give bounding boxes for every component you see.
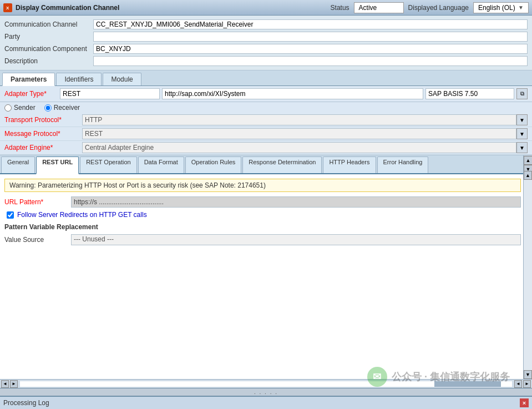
hscroll-left[interactable]: ◄: [514, 380, 522, 388]
lang-dropdown-arrow: ▼: [518, 4, 524, 11]
message-protocol-container: ▼: [82, 128, 528, 139]
adapter-engine-value: [82, 142, 516, 153]
window-title: Display Communication Channel: [16, 4, 331, 12]
status-value: Active: [354, 2, 404, 13]
receiver-radio[interactable]: [44, 104, 52, 112]
watermark: ✉ 公众号 · 集信通数字化服务: [367, 367, 510, 387]
vscroll-track: [524, 180, 532, 370]
inner-tab-bar: General REST URL REST Operation Data For…: [0, 155, 523, 174]
processing-log-label: Processing Log: [3, 399, 49, 407]
checkbox-row: Follow Server Redirects on HTTP GET call…: [4, 211, 521, 219]
vertical-scrollbar: ▲ ▼: [523, 171, 532, 379]
warning-bar: Warning: Parameterizing HTTP Host or Por…: [4, 179, 521, 192]
sender-radio[interactable]: [4, 104, 12, 112]
tab-rest-url[interactable]: REST URL: [36, 156, 79, 174]
scroll-up-button[interactable]: ▲: [524, 156, 532, 165]
tab-module[interactable]: Module: [103, 73, 141, 85]
left-nav: ◄ ►: [1, 380, 18, 388]
value-source-value: --- Unused ---: [71, 234, 521, 245]
warning-text: Warning: Parameterizing HTTP Host or Por…: [9, 181, 266, 189]
adapter-engine-row: Adapter Engine* ▼: [0, 141, 532, 155]
watermark-text: 公众号 · 集信通数字化服务: [392, 370, 510, 383]
description-value: [93, 56, 528, 66]
vscroll-down[interactable]: ▼: [524, 370, 532, 379]
adapter-field-basis[interactable]: [425, 88, 514, 99]
sender-label: Sender: [14, 104, 36, 112]
tab-response-determination[interactable]: Response Determination: [242, 156, 322, 173]
party-row: Party: [4, 31, 528, 42]
follow-redirects-checkbox[interactable]: [7, 211, 14, 219]
message-dropdown-button[interactable]: ▼: [516, 128, 528, 139]
processing-log-close-button[interactable]: ×: [520, 398, 529, 407]
pattern-variable-title: Pattern Variable Replacement: [4, 223, 521, 231]
value-source-label: Value Source: [4, 236, 71, 244]
transport-protocol-row: Transport Protocol* ▼: [0, 113, 532, 127]
hscroll-right[interactable]: ►: [523, 380, 531, 388]
status-area: Status Active Displayed Language English…: [331, 2, 529, 13]
hscroll-buttons: ◄ ►: [514, 380, 531, 388]
radio-receiver[interactable]: Receiver: [44, 104, 80, 112]
comm-channel-value: CC_REST_XNYJD_MMI006_SendMaterial_Receiv…: [93, 19, 528, 29]
value-source-row: Value Source --- Unused ---: [4, 234, 521, 245]
lang-label: Displayed Language: [408, 4, 469, 12]
outer-tab-bar: Parameters Identifiers Module: [0, 70, 532, 86]
tab-data-format[interactable]: Data Format: [138, 156, 184, 173]
collapse-handle[interactable]: . . . . .: [0, 388, 532, 396]
parameters-section: Adapter Type* ⧉ Sender Receiver: [0, 86, 532, 155]
transport-dropdown-button[interactable]: ▼: [516, 114, 528, 125]
radio-sender[interactable]: Sender: [4, 104, 36, 112]
adapter-type-row: Adapter Type* ⧉: [0, 86, 532, 102]
vscroll-up[interactable]: ▲: [524, 171, 532, 180]
description-label: Description: [4, 57, 93, 65]
lang-value-text: English (OL): [478, 4, 515, 12]
follow-redirects-label: Follow Server Redirects on HTTP GET call…: [17, 211, 147, 219]
party-label: Party: [4, 33, 93, 41]
tab-general[interactable]: General: [1, 156, 35, 173]
watermark-icon: ✉: [367, 367, 387, 387]
processing-log-bar: Processing Log ×: [0, 396, 532, 409]
adapter-engine-container: ▼: [82, 142, 528, 153]
tab-http-headers[interactable]: HTTP Headers: [323, 156, 376, 173]
comm-channel-label: Communication Channel: [4, 21, 93, 28]
party-value: [93, 32, 528, 42]
tab-rest-operation[interactable]: REST Operation: [80, 156, 137, 173]
transport-protocol-value: [82, 114, 516, 125]
form-section: Communication Channel CC_REST_XNYJD_MMI0…: [0, 16, 532, 70]
message-protocol-value: [82, 128, 516, 139]
tab-identifiers[interactable]: Identifiers: [56, 73, 102, 85]
adapter-type-label: Adapter Type*: [4, 90, 60, 98]
adapter-engine-label: Adapter Engine*: [4, 144, 82, 152]
tab-error-handling[interactable]: Error Handling: [377, 156, 429, 173]
adapter-field-type[interactable]: [60, 88, 160, 99]
message-protocol-row: Message Protocol* ▼: [0, 127, 532, 141]
adapter-fields: ⧉: [60, 88, 528, 99]
comm-component-label: Communication Component: [4, 45, 93, 53]
adapter-field-url[interactable]: [162, 88, 423, 99]
svg-text:X: X: [6, 6, 9, 11]
url-pattern-input[interactable]: [71, 196, 521, 208]
message-protocol-label: Message Protocol*: [4, 130, 82, 138]
transport-protocol-container: ▼: [82, 114, 528, 125]
tab-content: Warning: Parameterizing HTTP Host or Por…: [0, 174, 532, 379]
description-row: Description: [4, 55, 528, 67]
copy-button[interactable]: ⧉: [516, 88, 528, 99]
status-label: Status: [331, 4, 349, 12]
nav-left-button[interactable]: ◄: [1, 380, 9, 388]
engine-dropdown-button[interactable]: ▼: [516, 142, 528, 153]
url-pattern-label: URL Pattern*: [4, 198, 71, 206]
radio-row: Sender Receiver: [0, 102, 532, 113]
collapse-dots: . . . . .: [254, 389, 278, 395]
comm-channel-row: Communication Channel CC_REST_XNYJD_MMI0…: [4, 19, 528, 30]
tab-operation-rules[interactable]: Operation Rules: [185, 156, 242, 173]
lang-selector[interactable]: English (OL) ▼: [473, 2, 529, 13]
url-pattern-row: URL Pattern*: [4, 196, 521, 208]
nav-right-button[interactable]: ►: [10, 380, 18, 388]
comm-component-row: Communication Component BC_XNYJD: [4, 43, 528, 54]
tab-parameters[interactable]: Parameters: [2, 73, 55, 86]
comm-component-value: BC_XNYJD: [93, 44, 528, 54]
transport-protocol-label: Transport Protocol*: [4, 116, 82, 124]
title-bar: X Display Communication Channel Status A…: [0, 0, 532, 16]
receiver-label: Receiver: [54, 104, 80, 112]
app-icon: X: [3, 3, 12, 12]
